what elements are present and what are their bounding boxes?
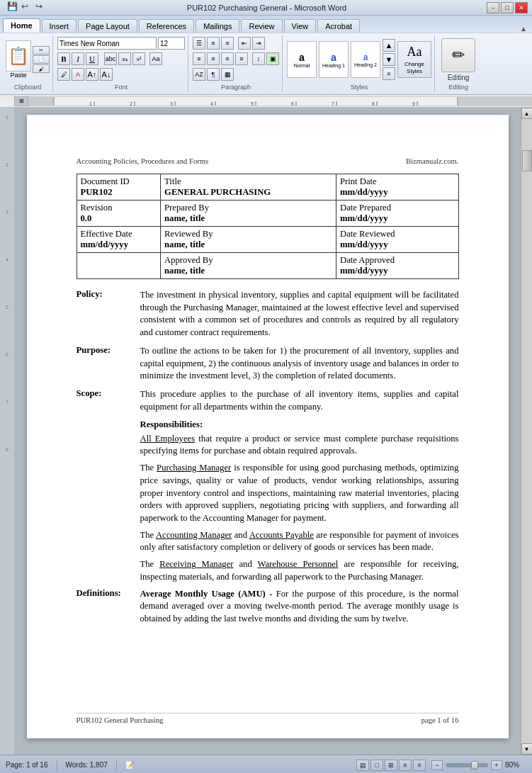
subscript-button[interactable]: x₂	[118, 52, 131, 65]
scroll-thumb[interactable]	[522, 150, 532, 171]
outline-button[interactable]: ≡	[399, 760, 412, 771]
purpose-label: Purpose:	[77, 345, 140, 383]
bold-button[interactable]: B	[57, 52, 70, 65]
grow-font-button[interactable]: A↑	[86, 68, 98, 81]
shrink-font-button[interactable]: A↓	[100, 68, 113, 81]
tab-page-layout[interactable]: Page Layout	[78, 19, 137, 33]
tab-view[interactable]: View	[284, 19, 317, 33]
align-center-button[interactable]: ≡	[207, 52, 220, 65]
print-layout-button[interactable]: ▤	[356, 760, 369, 771]
responsibilities-header: Responsibilities:	[140, 419, 459, 430]
definitions-label: Definitions:	[77, 588, 140, 626]
scroll-up-button[interactable]: ▲	[521, 108, 533, 119]
revision-value: 0.0	[81, 213, 157, 224]
style-heading2[interactable]: a Heading 2	[351, 41, 380, 78]
font-name-row	[57, 37, 185, 50]
effective-date-label: Effective Date	[81, 229, 157, 239]
ribbon-expand-icon[interactable]: ▲	[518, 25, 529, 33]
zoom-slider[interactable]	[446, 763, 488, 767]
svg-rect-1	[29, 97, 54, 106]
scope-text: This procedure applies to the purchase o…	[140, 388, 459, 413]
shading-button[interactable]: ▣	[266, 52, 279, 65]
table-row: Revision 0.0 Prepared By name, title Dat…	[77, 201, 458, 227]
underline-button[interactable]: U	[86, 52, 98, 65]
tab-insert[interactable]: Insert	[42, 19, 77, 33]
resp-text-3b: and	[232, 530, 249, 540]
editing-button[interactable]: ✏	[441, 38, 475, 72]
paste-button[interactable]: 📋 Paste	[6, 40, 31, 79]
highlight-button[interactable]: 🖊	[57, 68, 70, 81]
justify-button[interactable]: ≡	[235, 52, 248, 65]
maximize-button[interactable]: □	[501, 2, 514, 13]
font-group-label: Font	[115, 82, 128, 91]
view-mode-buttons: ▤ □ ⊞ ≡ ≡	[356, 760, 426, 771]
minimize-button[interactable]: −	[487, 2, 499, 13]
page-marker-4: 4	[6, 257, 9, 262]
font-size-input[interactable]	[158, 37, 185, 50]
line-spacing-button[interactable]: ↕	[252, 52, 265, 65]
word-count: Words: 1,807	[66, 761, 108, 769]
format-painter-button[interactable]: 🖌	[33, 64, 50, 73]
resp-receiving-manager: Receiving Manager	[159, 559, 233, 569]
page-marker-5: 5	[6, 305, 9, 310]
ruler: 1 2 3 4 5 6 7 8 9	[28, 96, 532, 106]
quick-undo-button[interactable]: ↩	[21, 1, 34, 14]
tab-acrobat[interactable]: Acrobat	[317, 19, 360, 33]
increase-indent-button[interactable]: ⇥	[252, 37, 265, 50]
styles-more-button[interactable]: ≡	[383, 67, 395, 80]
decrease-indent-button[interactable]: ⇤	[238, 37, 251, 50]
fullscreen-button[interactable]: □	[370, 760, 383, 771]
clear-format-button[interactable]: Aa	[149, 52, 162, 65]
numbering-button[interactable]: ≡	[207, 37, 220, 50]
strikethrough-button[interactable]: abc	[104, 52, 117, 65]
tab-home[interactable]: Home	[3, 18, 40, 33]
tab-references[interactable]: References	[139, 19, 194, 33]
zoom-out-button[interactable]: −	[431, 760, 443, 770]
styles-up-button[interactable]: ▲	[383, 39, 395, 52]
quick-save-button[interactable]: 💾	[7, 1, 20, 14]
superscript-button[interactable]: x²	[132, 52, 145, 65]
change-styles-button[interactable]: Aa ChangeStyles	[397, 41, 431, 78]
italic-button[interactable]: I	[72, 52, 84, 65]
draft-button[interactable]: ≡	[413, 760, 426, 771]
copy-button[interactable]: 📄	[33, 55, 50, 64]
definition-text: Average Monthly Usage (AMU) - For the pu…	[140, 588, 459, 626]
ribbon: Home Insert Page Layout References Maili…	[0, 16, 532, 95]
align-right-button[interactable]: ≡	[221, 52, 234, 65]
tab-mailings[interactable]: Mailings	[196, 19, 239, 33]
title-bar: 💾 ↩ ↪ PUR102 Purchasing General - Micros…	[0, 0, 532, 16]
close-button[interactable]: ✕	[515, 2, 528, 13]
paragraph-group-label: Paragraph	[221, 82, 251, 91]
svg-text:1: 1	[89, 101, 92, 106]
svg-text:8: 8	[372, 101, 375, 106]
svg-text:5: 5	[251, 101, 254, 106]
font-name-input[interactable]	[57, 37, 157, 50]
ruler-corner[interactable]: ⊞	[14, 96, 28, 106]
zoom-in-button[interactable]: +	[491, 760, 502, 770]
tab-review[interactable]: Review	[241, 19, 282, 33]
scroll-track[interactable]	[521, 119, 533, 743]
bullets-button[interactable]: ☰	[193, 37, 205, 50]
date-prepared-label: Date Prepared	[340, 203, 454, 213]
style-heading1[interactable]: a Heading 1	[319, 41, 349, 78]
revision-label: Revision	[81, 203, 157, 213]
date-prepared-value: mm/dd/yyyy	[340, 213, 454, 224]
font-color-button[interactable]: A	[72, 68, 84, 81]
policy-label: Policy:	[77, 289, 140, 339]
date-reviewed-value: mm/dd/yyyy	[340, 239, 454, 250]
editing-group-label: Editing	[448, 82, 468, 91]
scroll-down-button[interactable]: ▼	[521, 743, 533, 755]
web-layout-button[interactable]: ⊞	[385, 760, 397, 771]
borders-button[interactable]: ▦	[221, 68, 234, 81]
style-normal[interactable]: a Normal	[287, 41, 317, 78]
zoom-thumb[interactable]	[471, 761, 478, 769]
multilevel-list-button[interactable]: ≡	[221, 37, 234, 50]
date-approved-value: mm/dd/yyyy	[340, 266, 454, 276]
styles-down-button[interactable]: ▼	[383, 53, 395, 66]
page-status: Page: 1 of 16	[6, 761, 48, 769]
align-left-button[interactable]: ≡	[193, 52, 205, 65]
show-formatting-button[interactable]: ¶	[207, 68, 220, 81]
reviewed-by-label: Reviewed By	[164, 229, 332, 239]
sort-button[interactable]: AZ	[193, 68, 205, 81]
cut-button[interactable]: ✂	[33, 46, 50, 55]
